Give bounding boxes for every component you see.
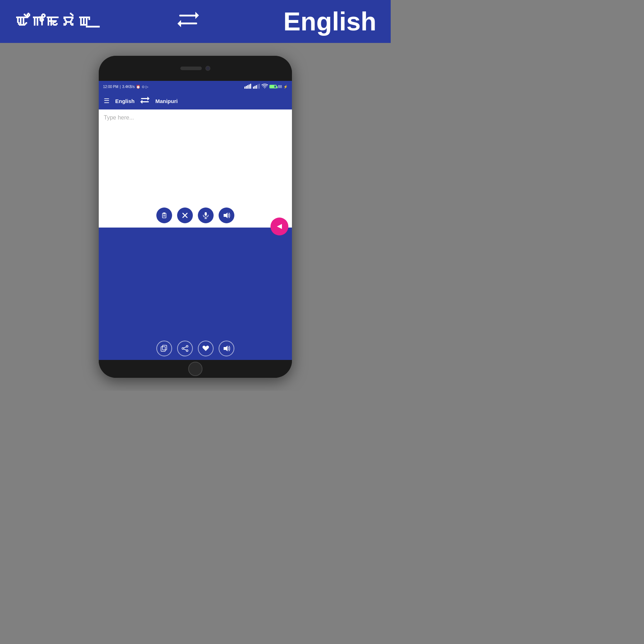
clipboard-button[interactable] [156,208,172,223]
phone-area: 12:00 PM | 3.4KB/s ⏰ ⊙ ▷ [0,43,391,391]
input-placeholder-text: Type here... [104,114,287,121]
svg-rect-13 [259,84,260,89]
svg-rect-8 [250,84,251,89]
top-header-right-lang: English [283,7,376,36]
app-navbar: ☰ English Manipuri [99,92,292,109]
input-area[interactable]: Type here... [99,109,292,228]
phone-device: 12:00 PM | 3.4KB/s ⏰ ⊙ ▷ [99,56,292,378]
svg-line-35 [184,347,186,348]
signal-icon [244,84,252,89]
output-buttons-row [99,341,292,356]
battery-percent: 88 [278,85,282,89]
hamburger-menu-icon[interactable]: ☰ [104,97,109,105]
speaker-button-output[interactable] [219,341,234,356]
output-area [99,228,292,360]
phone-bezel-bottom [99,360,292,378]
battery-indicator [269,85,277,88]
svg-rect-7 [249,84,250,89]
phone-speaker [180,67,202,70]
send-button[interactable] [270,218,288,235]
mic-button[interactable] [198,208,214,223]
svg-marker-1 [195,12,199,19]
nav-source-lang[interactable]: English [115,98,135,104]
svg-rect-4 [244,87,245,89]
share-button[interactable] [177,341,193,356]
status-bar: 12:00 PM | 3.4KB/s ⏰ ⊙ ▷ [99,81,292,92]
svg-rect-0 [179,15,197,16]
svg-marker-36 [224,346,228,351]
wifi-icon [262,84,268,89]
svg-rect-10 [254,86,255,89]
speaker-button-input[interactable] [219,208,234,223]
svg-marker-28 [277,224,282,229]
status-alarm-icon: ⏰ [136,85,140,89]
phone-camera [205,66,210,71]
home-button[interactable] [188,362,203,376]
svg-rect-6 [247,85,248,89]
svg-point-32 [182,348,184,350]
nav-swap-icon[interactable] [140,97,150,105]
svg-line-34 [184,349,186,350]
svg-rect-24 [205,212,207,216]
favorite-button[interactable] [198,341,214,356]
svg-point-33 [186,350,188,352]
bolt-icon: ⚡ [283,85,288,89]
svg-rect-14 [141,98,148,99]
clear-button[interactable] [177,208,193,223]
action-buttons-row [99,208,292,223]
status-extra-icons: ⊙ ▷ [142,85,148,89]
status-time: 12:00 PM [103,85,118,89]
status-divider: | [120,85,121,89]
status-right: 88 ⚡ [244,84,288,89]
status-speed: 3.4KB/s [122,85,135,89]
phone-screen: 12:00 PM | 3.4KB/s ⏰ ⊙ ▷ [99,81,292,360]
svg-rect-30 [162,345,167,350]
copy-output-button[interactable] [156,341,172,356]
signal-icon-2 [253,84,260,89]
svg-rect-11 [256,85,257,89]
svg-rect-9 [253,87,254,89]
phone-bezel-top [99,56,292,81]
svg-rect-19 [163,213,165,214]
svg-point-31 [186,346,188,347]
svg-marker-15 [147,97,150,101]
nav-target-lang[interactable]: Manipuri [155,98,178,104]
status-left: 12:00 PM | 3.4KB/s ⏰ ⊙ ▷ [103,85,148,89]
svg-marker-3 [177,20,181,27]
svg-rect-2 [179,23,197,24]
top-header: ꯑꯩꯒꯤꯃꯆꯥꯛ꯭꯭ English [0,0,391,43]
svg-rect-16 [142,101,149,102]
top-header-swap-icon[interactable] [177,11,199,32]
svg-rect-12 [257,84,258,89]
svg-marker-17 [140,100,142,104]
top-header-left-lang: ꯑꯩꯒꯤꯃꯆꯥꯛ꯭꯭ [14,13,93,30]
battery-fill [270,86,274,88]
svg-marker-27 [224,213,228,218]
svg-rect-29 [161,347,165,351]
svg-rect-5 [246,86,247,89]
